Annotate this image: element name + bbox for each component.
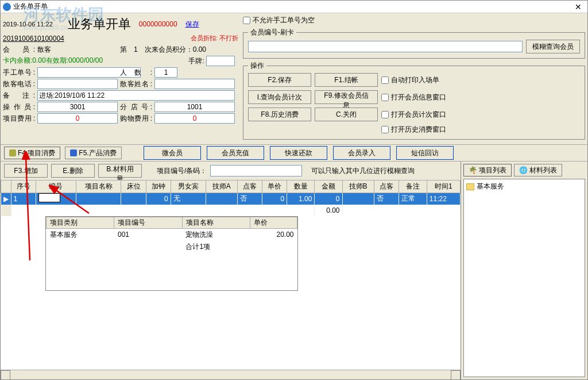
col-remark: 备注: [399, 181, 427, 193]
fuzzy-search-button[interactable]: 模糊查询会员: [526, 40, 580, 53]
tab-material-list[interactable]: 🌐材料列表: [514, 164, 562, 176]
repay-button[interactable]: 快速还款: [270, 146, 327, 160]
chk-open-member-times[interactable]: [381, 111, 389, 118]
project-fee-label: 项目费用: [3, 114, 35, 124]
chk-open-member-info[interactable]: [381, 94, 389, 101]
member-search-legend: 会员编号-刷卡: [248, 28, 296, 37]
col-time1: 时间1: [427, 181, 460, 193]
tree-item-basic[interactable]: 基本服务: [466, 182, 582, 191]
branch-label: 分 店 号: [120, 102, 152, 112]
left-header: 2019-10-06 11:22 业务单开单 0000000000 保存 201…: [3, 16, 238, 142]
save-button[interactable]: F2.保存: [248, 73, 311, 87]
guest-name-input[interactable]: [154, 79, 235, 89]
sms-button[interactable]: 短信回访: [396, 146, 454, 160]
h-scrollbar[interactable]: [1, 370, 461, 379]
close-icon[interactable]: ✕: [571, 2, 585, 11]
project-fee-input[interactable]: [37, 113, 118, 124]
globe-icon: 🌐: [519, 166, 528, 174]
add-button[interactable]: F3.增加: [4, 164, 48, 178]
balance-line: 卡内余额:0.00有效期:0000/00/00 手牌:: [3, 56, 235, 66]
subgrid-summary: 合计1项: [47, 241, 297, 253]
window-title: 业务单开单: [13, 2, 571, 11]
people-label: 人数: [120, 68, 152, 78]
edit-member-button[interactable]: F9.修改会员信息: [315, 90, 378, 104]
branch-input[interactable]: [154, 102, 235, 112]
flag-icon: [9, 149, 16, 156]
col-point-b: 点客: [374, 181, 399, 193]
checkout-button[interactable]: F1.结帐: [315, 73, 378, 87]
search-hint: 可以只输入其中几位进行模糊查询: [311, 166, 415, 176]
col-price: 单价: [262, 181, 287, 193]
guest-name-label: 散客姓名: [120, 79, 152, 89]
grid-row-summary: 0.00: [1, 205, 461, 216]
scroll-left-icon[interactable]: [1, 370, 10, 379]
datetime: 2019-10-06 11:22: [3, 21, 53, 28]
member-search-input[interactable]: [248, 41, 523, 52]
guest-phone-label: 散客电话: [3, 79, 35, 89]
guest-phone-input[interactable]: [37, 79, 118, 89]
member-label: 会 员: [3, 45, 35, 55]
col-gender: 男女宾: [171, 181, 206, 193]
discount-label: 会员折扣: 不打折: [191, 34, 238, 43]
history-button[interactable]: F8.历史消费: [248, 108, 311, 121]
visit-info: 第 1 次来会员积分：0.00: [120, 45, 235, 55]
scroll-right-icon[interactable]: [451, 370, 461, 379]
member-entry-button[interactable]: 会员录入: [333, 146, 390, 160]
code-edit-cell[interactable]: [38, 193, 60, 202]
col-name: 项目名称: [76, 181, 121, 193]
delete-button[interactable]: E.删除: [51, 164, 95, 178]
search-label: 项目编号/条码：: [157, 166, 207, 176]
tab-project-consume[interactable]: F4.项目消费: [4, 147, 60, 159]
col-bed: 床位: [121, 181, 146, 193]
chk-open-history[interactable]: [381, 126, 389, 133]
wechat-member-button[interactable]: 微会员: [144, 146, 201, 160]
close-button[interactable]: C.关闭: [315, 108, 378, 121]
tab-project-list[interactable]: 🌴项目列表: [463, 164, 512, 176]
col-code: 编号: [36, 181, 76, 193]
material-usage-button[interactable]: B.材料用量: [98, 164, 142, 178]
main-grid[interactable]: 序号 编号 项目名称 床位 加钟 男女宾 技师A 点客 单价 数量 金额 技师B: [1, 180, 461, 216]
manual-no-label: 手工单号: [3, 68, 35, 78]
folder-icon: [466, 183, 474, 190]
save-link[interactable]: 保存: [185, 20, 199, 29]
col-addclock: 加钟: [146, 181, 171, 193]
operator-input[interactable]: [37, 102, 118, 112]
project-search-input[interactable]: [210, 165, 302, 176]
tab-product-consume[interactable]: F5.产品消费: [65, 147, 121, 159]
col-tech-b: 技师B: [342, 181, 374, 193]
col-seq: 序号: [11, 181, 36, 193]
member-value: 散客: [37, 45, 118, 55]
remark-label: 备 注: [3, 91, 35, 101]
col-qty: 数量: [287, 181, 315, 193]
serial-number: 0000000000: [139, 20, 177, 28]
member-search-group: 会员编号-刷卡 模糊查询会员: [243, 28, 585, 59]
operator-label: 操 作 员: [3, 102, 35, 112]
query-times-button[interactable]: I.查询会员计次: [248, 90, 311, 104]
chk-no-empty-manual[interactable]: [243, 17, 250, 24]
col-tech-a: 技师A: [206, 181, 237, 193]
ops-legend: 操作: [248, 61, 266, 71]
people-input[interactable]: [154, 67, 177, 78]
subgrid-row[interactable]: 基本服务 001 宠物洗澡 20.00: [47, 228, 297, 241]
tree-icon: 🌴: [469, 166, 477, 174]
titlebar: 业务单开单 ✕: [1, 1, 587, 13]
run-icon: [70, 149, 77, 156]
subgrid-popup[interactable]: 项目类别 项目编号 项目名称 单价 基本服务 001 宠物洗澡 2: [45, 216, 298, 291]
ops-group: 操作 F2.保存 F1.结帐 自动打印入场单 I.查询会员计次 F9.修改会员信…: [243, 61, 585, 140]
chk-no-empty-label: 不允许手工单号为空: [253, 16, 315, 25]
shop-fee-label: 购物费用: [120, 114, 152, 124]
category-tree[interactable]: 基本服务: [463, 179, 585, 377]
col-point-a: 点客: [237, 181, 262, 193]
grid-row-selected[interactable]: ▶ 1 0 无 否 0 1.00 0: [1, 193, 461, 205]
remark-input[interactable]: [37, 90, 235, 101]
app-icon: [3, 3, 11, 11]
page-title: 业务单开单: [68, 16, 131, 33]
order-number: 2019100610100004: [3, 34, 64, 43]
hand-card-input[interactable]: [206, 56, 235, 66]
recharge-button[interactable]: 会员充值: [207, 146, 264, 160]
col-amount: 金额: [315, 181, 342, 193]
shop-fee-input[interactable]: [154, 113, 235, 124]
chk-auto-print[interactable]: [381, 76, 389, 84]
